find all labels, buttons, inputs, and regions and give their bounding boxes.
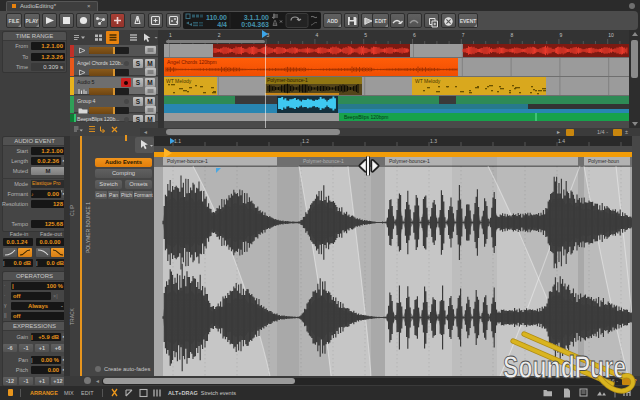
svg-text:SoundPure: SoundPure xyxy=(503,350,626,385)
